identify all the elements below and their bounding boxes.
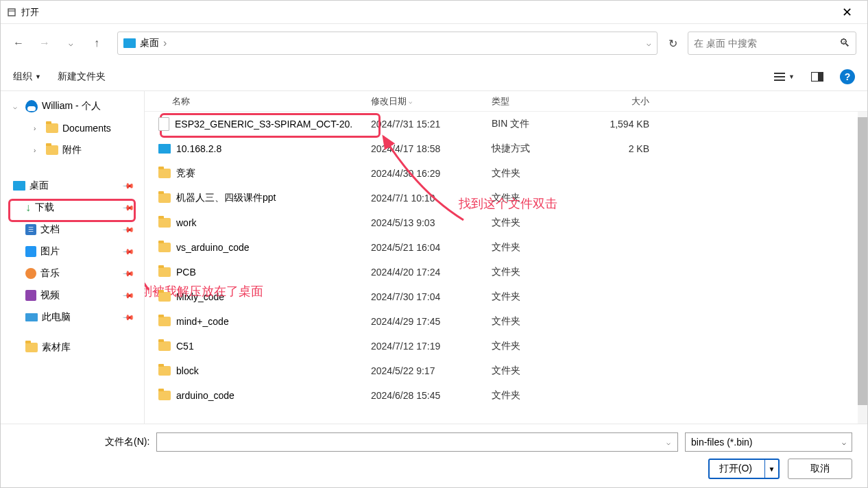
- tree-desktop[interactable]: 桌面: [3, 175, 144, 197]
- header-type[interactable]: 类型: [492, 95, 592, 108]
- address-bar[interactable]: 桌面 › ⌵: [117, 32, 658, 55]
- main-panel: 名称⌵ 修改日期 类型 大小 找到这个文件双击 刚刚被我解压放在了桌面 ESP3…: [145, 91, 867, 424]
- tree-label: 此电脑: [42, 311, 71, 324]
- forward-button[interactable]: →: [38, 36, 51, 50]
- tree-onedrive[interactable]: ⌵ William - 个人: [3, 95, 144, 117]
- svg-rect-1: [818, 73, 823, 81]
- file-row[interactable]: arduino_code2024/6/28 15:45文件夹: [145, 383, 867, 408]
- file-row[interactable]: mind+_code2024/4/29 17:45文件夹: [145, 309, 867, 334]
- file-row[interactable]: 机器人三、四级课件ppt2024/7/1 10:10文件夹: [145, 186, 867, 210]
- file-row[interactable]: PCB2024/4/20 17:24文件夹: [145, 260, 867, 284]
- tree-videos[interactable]: 视频: [3, 284, 144, 306]
- music-icon: [25, 268, 36, 279]
- header-name[interactable]: 名称⌵: [145, 95, 371, 108]
- new-folder-button[interactable]: 新建文件夹: [58, 71, 106, 83]
- breadcrumb-desktop[interactable]: 桌面: [140, 37, 159, 49]
- preview-pane-icon[interactable]: [811, 72, 823, 82]
- tree-documents[interactable]: › Documents: [3, 117, 144, 139]
- tree-pictures[interactable]: 图片: [3, 241, 144, 263]
- cell-date: 2024/7/31 15:21: [371, 119, 492, 130]
- cell-date: 2024/4/17 18:58: [371, 143, 492, 154]
- folder-icon: [158, 243, 171, 252]
- filter-select[interactable]: bin-files (*.bin) ⌵: [685, 432, 852, 452]
- cell-name: mind+_code: [145, 316, 371, 327]
- app-icon: [6, 7, 17, 18]
- file-row[interactable]: Mixly_code2024/7/30 17:04文件夹: [145, 284, 867, 309]
- cell-type: 文件夹: [492, 365, 592, 377]
- nav-row: ← → ⌵ ↑ 桌面 › ⌵ ↻ 🔍︎: [1, 24, 867, 62]
- search-icon[interactable]: 🔍︎: [839, 37, 850, 49]
- folder-icon: [46, 145, 58, 155]
- history-dropdown[interactable]: ⌵: [64, 36, 77, 50]
- cell-size: 1,594 KB: [592, 119, 660, 130]
- file-row[interactable]: block2024/5/22 9:17文件夹: [145, 358, 867, 383]
- tree-label: 附件: [62, 144, 82, 156]
- cell-type: 快捷方式: [492, 143, 592, 155]
- chevron-down-icon[interactable]: ⌵: [13, 103, 21, 110]
- cell-name: 机器人三、四级课件ppt: [145, 192, 371, 204]
- file-name: ESP32_GENERIC_S3-SPIRAM_OCT-20.: [175, 119, 352, 130]
- help-button[interactable]: ?: [840, 69, 855, 84]
- filter-value: bin-files (*.bin): [691, 437, 752, 448]
- folder-icon: [25, 343, 38, 352]
- tree-label: 素材库: [42, 341, 71, 354]
- open-dropdown-icon[interactable]: ▼: [764, 460, 778, 478]
- cancel-button[interactable]: 取消: [788, 459, 852, 479]
- tree-downloads[interactable]: ↓ 下载: [3, 197, 144, 219]
- body: ⌵ William - 个人 › Documents › 附件 桌面 ↓: [1, 91, 867, 424]
- column-headers: 名称⌵ 修改日期 类型 大小: [145, 91, 867, 112]
- filename-input[interactable]: ⌵: [156, 432, 678, 452]
- folder-icon: [158, 169, 171, 178]
- nav-buttons: ← → ⌵ ↑: [12, 36, 104, 50]
- chevron-right-icon[interactable]: ›: [34, 125, 42, 132]
- breadcrumb-sep: ›: [163, 37, 167, 49]
- cell-date: 2024/4/30 16:29: [371, 168, 492, 179]
- file-name: Mixly_code: [176, 291, 224, 302]
- view-list-icon[interactable]: ▼: [773, 72, 795, 82]
- search-input[interactable]: [694, 38, 839, 49]
- cell-type: 文件夹: [492, 315, 592, 328]
- file-row[interactable]: vs_arduino_code2024/5/21 16:04文件夹: [145, 235, 867, 260]
- cell-date: 2024/7/12 17:19: [371, 341, 492, 352]
- file-row[interactable]: ESP32_GENERIC_S3-SPIRAM_OCT-20.2024/7/31…: [145, 112, 867, 136]
- file-row[interactable]: C512024/7/12 17:19文件夹: [145, 334, 867, 358]
- chevron-right-icon[interactable]: ›: [34, 147, 42, 154]
- tree-docs[interactable]: ☰ 文档: [3, 219, 144, 241]
- address-dropdown[interactable]: ⌵: [647, 39, 651, 48]
- header-size[interactable]: 大小: [592, 95, 660, 108]
- cell-date: 2024/5/13 9:03: [371, 217, 492, 228]
- cell-type: 文件夹: [492, 167, 592, 180]
- cell-type: 文件夹: [492, 241, 592, 254]
- cell-type: 文件夹: [492, 217, 592, 229]
- organize-menu[interactable]: 组织▼: [13, 71, 41, 83]
- file-row[interactable]: work2024/5/13 9:03文件夹: [145, 210, 867, 235]
- close-button[interactable]: ✕: [832, 5, 862, 20]
- cell-date: 2024/5/21 16:04: [371, 242, 492, 253]
- file-row[interactable]: 竞赛2024/4/30 16:29文件夹: [145, 161, 867, 186]
- file-name: vs_arduino_code: [176, 242, 250, 253]
- cell-date: 2024/4/20 17:24: [371, 267, 492, 278]
- cell-date: 2024/7/1 10:10: [371, 193, 492, 204]
- up-button[interactable]: ↑: [90, 36, 104, 50]
- file-row[interactable]: 10.168.2.82024/4/17 18:58快捷方式2 KB: [145, 136, 867, 161]
- folder-icon: [158, 218, 171, 228]
- tree-attachments[interactable]: › 附件: [3, 139, 144, 161]
- refresh-button[interactable]: ↻: [666, 37, 679, 50]
- filename-dropdown-icon[interactable]: ⌵: [666, 439, 673, 446]
- cell-name: Mixly_code: [145, 291, 371, 302]
- button-row: 打开(O) ▼ 取消: [16, 459, 852, 479]
- cell-type: 文件夹: [492, 389, 592, 402]
- scrollbar[interactable]: [858, 112, 867, 424]
- cell-name: arduino_code: [145, 390, 371, 401]
- open-button[interactable]: 打开(O) ▼: [708, 459, 780, 479]
- onedrive-icon: [25, 100, 38, 112]
- header-date[interactable]: 修改日期: [371, 95, 492, 108]
- back-button[interactable]: ←: [12, 36, 25, 50]
- shortcut-icon: [158, 144, 171, 154]
- search-box[interactable]: 🔍︎: [688, 32, 856, 55]
- cell-name: 竞赛: [145, 167, 371, 180]
- scrollbar-thumb[interactable]: [858, 117, 867, 405]
- tree-thispc[interactable]: 此电脑: [3, 306, 144, 328]
- tree-materials[interactable]: 素材库: [3, 337, 144, 358]
- tree-music[interactable]: 音乐: [3, 263, 144, 284]
